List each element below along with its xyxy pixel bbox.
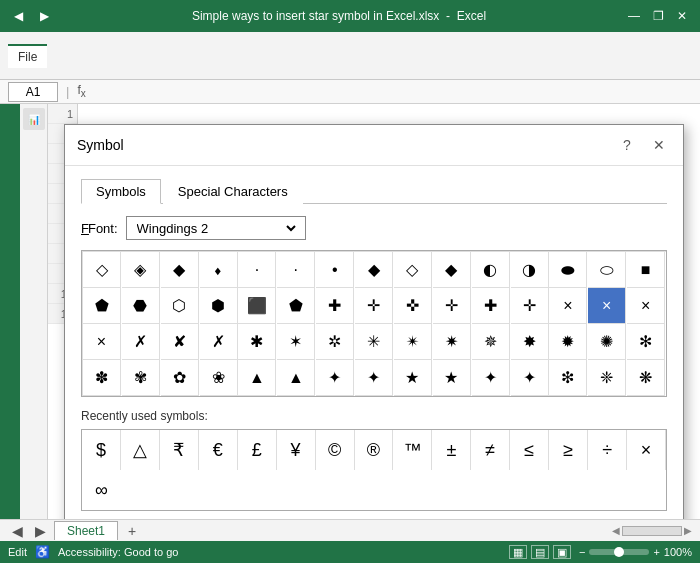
close-button[interactable]: ✕ xyxy=(672,6,692,26)
recently-used-cell[interactable]: £ xyxy=(238,430,277,470)
symbol-cell[interactable]: ◇ xyxy=(83,252,121,288)
symbol-cell[interactable]: ✱ xyxy=(238,324,276,360)
scroll-right[interactable]: ▶ xyxy=(684,525,692,536)
symbol-cell[interactable]: ▲ xyxy=(277,360,315,396)
recently-used-cell[interactable]: $ xyxy=(82,430,121,470)
symbol-cell[interactable]: ✛ xyxy=(511,288,549,324)
symbol-cell[interactable]: • xyxy=(316,252,354,288)
symbol-cell[interactable]: ✳ xyxy=(355,324,393,360)
symbol-cell[interactable]: ✦ xyxy=(355,360,393,396)
symbol-cell[interactable]: ✻ xyxy=(627,324,665,360)
symbol-cell[interactable]: ✶ xyxy=(277,324,315,360)
symbol-cell[interactable]: ★ xyxy=(394,360,432,396)
symbol-cell[interactable]: ◆ xyxy=(433,252,471,288)
dialog-help-button[interactable]: ? xyxy=(615,133,639,157)
symbol-cell[interactable]: ✚ xyxy=(472,288,510,324)
symbol-cell[interactable]: · xyxy=(277,252,315,288)
symbol-cell[interactable]: × xyxy=(627,288,665,324)
symbol-cell[interactable]: ⬧ xyxy=(200,252,238,288)
symbol-cell[interactable]: ❇ xyxy=(549,360,587,396)
zoom-minus[interactable]: − xyxy=(579,546,585,558)
symbol-cell[interactable]: ✜ xyxy=(394,288,432,324)
font-select[interactable]: Wingdings 2 xyxy=(133,220,299,237)
symbol-cell[interactable]: ◈ xyxy=(122,252,160,288)
zoom-slider-thumb[interactable] xyxy=(614,547,624,557)
recently-used-cell[interactable]: ™ xyxy=(393,430,432,470)
horizontal-scrollbar[interactable] xyxy=(622,526,682,536)
recently-used-cell[interactable]: € xyxy=(199,430,238,470)
recently-used-cell[interactable]: △ xyxy=(121,430,160,470)
sheet-nav-prev[interactable]: ◀ xyxy=(8,523,27,539)
symbol-cell[interactable]: ✺ xyxy=(588,324,626,360)
normal-view-button[interactable]: ▦ xyxy=(509,545,527,559)
symbol-cell[interactable]: ✛ xyxy=(355,288,393,324)
symbol-cell[interactable]: ◑ xyxy=(511,252,549,288)
maximize-button[interactable]: ❐ xyxy=(648,6,668,26)
symbol-cell[interactable]: ✗ xyxy=(122,324,160,360)
symbol-cell[interactable]: ✹ xyxy=(549,324,587,360)
symbol-cell[interactable]: × xyxy=(588,288,626,324)
symbol-cell[interactable]: ✲ xyxy=(316,324,354,360)
symbol-cell[interactable]: ⬡ xyxy=(161,288,199,324)
symbol-cell[interactable]: × xyxy=(549,288,587,324)
ribbon-tab-file[interactable]: File xyxy=(8,44,47,68)
symbol-cell[interactable]: ⬭ xyxy=(588,252,626,288)
symbol-cell[interactable]: ✛ xyxy=(433,288,471,324)
symbol-cell[interactable]: ✵ xyxy=(472,324,510,360)
symbol-cell[interactable]: ✴ xyxy=(394,324,432,360)
sheet-nav-next[interactable]: ▶ xyxy=(31,523,50,539)
recently-used-cell[interactable]: ÷ xyxy=(588,430,627,470)
recently-used-cell[interactable]: ∞ xyxy=(82,470,121,510)
scroll-left[interactable]: ◀ xyxy=(612,525,620,536)
symbol-cell[interactable]: ✿ xyxy=(161,360,199,396)
symbol-cell[interactable]: ✦ xyxy=(472,360,510,396)
symbol-cell[interactable]: ⬢ xyxy=(200,288,238,324)
symbol-cell[interactable]: ✦ xyxy=(316,360,354,396)
tab-symbols[interactable]: Symbols xyxy=(81,179,161,204)
symbol-cell[interactable]: ⬛ xyxy=(238,288,276,324)
symbol-cell[interactable]: ❈ xyxy=(588,360,626,396)
recently-used-cell[interactable]: © xyxy=(316,430,355,470)
font-select-wrapper[interactable]: Wingdings 2 xyxy=(126,216,306,240)
symbol-cell[interactable]: ⬟ xyxy=(83,288,121,324)
symbol-cell[interactable]: · xyxy=(238,252,276,288)
symbol-cell[interactable]: × xyxy=(83,324,121,360)
symbol-cell[interactable]: ◆ xyxy=(355,252,393,288)
add-sheet-button[interactable]: + xyxy=(122,522,142,540)
recently-used-cell[interactable]: ¥ xyxy=(277,430,316,470)
symbol-cell[interactable]: ◇ xyxy=(394,252,432,288)
symbol-cell[interactable]: ⬬ xyxy=(549,252,587,288)
symbol-cell[interactable]: ▲ xyxy=(238,360,276,396)
symbol-cell[interactable]: ★ xyxy=(433,360,471,396)
symbol-cell[interactable]: ✷ xyxy=(433,324,471,360)
recently-used-cell[interactable]: ₹ xyxy=(160,430,199,470)
back-arrow[interactable]: ◀ xyxy=(8,6,28,26)
forward-arrow[interactable]: ▶ xyxy=(34,6,54,26)
recently-used-cell[interactable]: ® xyxy=(355,430,394,470)
symbol-cell[interactable]: ■ xyxy=(627,252,665,288)
symbol-cell[interactable]: ✦ xyxy=(511,360,549,396)
symbol-cell[interactable]: ✽ xyxy=(83,360,121,396)
zoom-slider[interactable] xyxy=(589,549,649,555)
symbol-cell[interactable]: ❋ xyxy=(627,360,665,396)
recently-used-cell[interactable]: × xyxy=(627,430,666,470)
symbol-cell[interactable]: ✗ xyxy=(200,324,238,360)
zoom-plus[interactable]: + xyxy=(653,546,659,558)
name-box[interactable] xyxy=(8,82,58,102)
symbol-cell[interactable]: ✘ xyxy=(161,324,199,360)
tab-special-characters[interactable]: Special Characters xyxy=(163,179,303,204)
symbol-cell[interactable]: ⬣ xyxy=(122,288,160,324)
page-layout-button[interactable]: ▤ xyxy=(531,545,549,559)
recently-used-cell[interactable]: ≤ xyxy=(510,430,549,470)
recently-used-cell[interactable]: ± xyxy=(432,430,471,470)
symbol-cell[interactable]: ✚ xyxy=(316,288,354,324)
minimize-button[interactable]: — xyxy=(624,6,644,26)
symbol-cell[interactable]: ◆ xyxy=(161,252,199,288)
symbol-cell[interactable]: ◐ xyxy=(472,252,510,288)
page-break-button[interactable]: ▣ xyxy=(553,545,571,559)
sheet-tab-1[interactable]: Sheet1 xyxy=(54,521,118,540)
recently-used-cell[interactable]: ≥ xyxy=(549,430,588,470)
symbol-cell[interactable]: ❀ xyxy=(200,360,238,396)
symbol-cell[interactable]: ✾ xyxy=(122,360,160,396)
recently-used-cell[interactable]: ≠ xyxy=(471,430,510,470)
